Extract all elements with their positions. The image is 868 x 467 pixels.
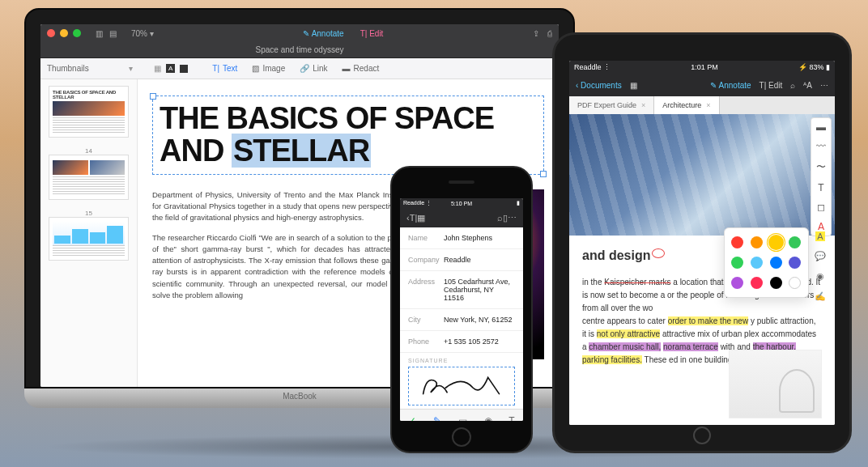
sidebar-toggle-icon[interactable]: ▥ bbox=[96, 29, 103, 38]
highlight-yellow: not only attractive bbox=[597, 329, 660, 338]
field-label: Name bbox=[408, 234, 444, 242]
body-text[interactable]: Department of Physics, University of Tre… bbox=[152, 189, 410, 359]
text-tool-icon[interactable]: T| bbox=[410, 213, 418, 223]
color-swatch[interactable] bbox=[789, 236, 801, 248]
tab-image[interactable]: ▧ Image bbox=[252, 64, 285, 73]
annotate-mode[interactable]: ✎ Annotate bbox=[710, 81, 751, 90]
document-body[interactable]: and design in the Kaispeicher marks a lo… bbox=[569, 114, 835, 425]
more-icon[interactable]: ⋯ bbox=[820, 81, 828, 90]
comment-icon[interactable]: ▭ bbox=[458, 415, 467, 422]
chevron-down-icon[interactable]: ▾ bbox=[129, 64, 133, 73]
edit-mode[interactable]: T| Edit bbox=[760, 81, 783, 90]
brush-icon[interactable]: 〜 bbox=[816, 160, 826, 174]
highlight-purple: norama terrace bbox=[663, 342, 718, 351]
pen-icon[interactable]: ✎ bbox=[433, 415, 441, 422]
page-thumbnail[interactable] bbox=[49, 217, 129, 261]
text-align-icon[interactable]: ▦ bbox=[154, 64, 161, 73]
stamp-icon[interactable]: ◉ bbox=[816, 271, 824, 282]
close-tab-icon[interactable]: × bbox=[706, 96, 710, 114]
color-swatch[interactable] bbox=[751, 257, 763, 269]
home-button[interactable] bbox=[693, 427, 711, 444]
text-tool-icon[interactable]: T bbox=[818, 182, 823, 193]
annotate-mode[interactable]: ✎ Annotate bbox=[303, 29, 343, 38]
annotation-tools: ▬ 〰 〜 T ◻ A̲ bbox=[811, 117, 832, 236]
document-title: Space and time odyssey bbox=[40, 42, 559, 58]
edit-mode[interactable]: T| Edit bbox=[360, 29, 384, 38]
color-swatch[interactable] bbox=[770, 236, 782, 248]
battery-icon: ▮ bbox=[517, 200, 520, 206]
field-label: Phone bbox=[408, 338, 444, 346]
field-value[interactable]: 105 Cedarhurst Ave, Cedarhurst, NY 11516 bbox=[444, 278, 515, 302]
minimize-icon[interactable] bbox=[60, 29, 68, 37]
more-icon[interactable]: ⋯ bbox=[508, 213, 517, 223]
form-fields: Name John Stephens Company Readdle Addre… bbox=[400, 227, 523, 405]
comment-icon[interactable]: 💬 bbox=[815, 251, 826, 261]
color-swatch[interactable] bbox=[731, 277, 743, 289]
lock-icon[interactable]: ⎙ bbox=[547, 29, 552, 38]
stamp-icon[interactable]: ◉ bbox=[484, 415, 492, 422]
color-swatch[interactable] bbox=[770, 257, 782, 269]
search-icon[interactable]: ⌕ bbox=[790, 81, 795, 90]
color-swatch[interactable] bbox=[789, 277, 801, 289]
text-highlight-icon[interactable]: A bbox=[815, 231, 824, 241]
field-value[interactable]: John Stephens bbox=[444, 234, 515, 242]
home-button[interactable] bbox=[452, 427, 471, 447]
color-swatch[interactable] bbox=[789, 257, 801, 269]
grid-icon[interactable]: ▦ bbox=[630, 81, 637, 90]
form-row[interactable]: Address 105 Cedarhurst Ave, Cedarhurst, … bbox=[400, 271, 523, 309]
highlighter-icon[interactable]: ▬ bbox=[816, 121, 826, 133]
text-color-icon[interactable]: A̲ bbox=[818, 221, 824, 232]
color-swatch[interactable] bbox=[770, 277, 782, 289]
font-icon[interactable]: A bbox=[166, 64, 175, 73]
checkmark-icon[interactable]: ✓ bbox=[408, 415, 416, 422]
highlight-yellow: order to make the new bbox=[668, 316, 749, 325]
share-icon[interactable]: ⇪ bbox=[533, 29, 539, 38]
page-thumbnail[interactable] bbox=[49, 155, 129, 200]
back-button[interactable]: ‹ Documents bbox=[576, 81, 622, 90]
zoom-dropdown[interactable]: 70% ▾ bbox=[131, 29, 154, 38]
tab-link[interactable]: 🔗 Link bbox=[300, 64, 327, 73]
close-icon[interactable] bbox=[47, 29, 55, 37]
form-row[interactable]: Name John Stephens bbox=[400, 227, 523, 249]
status-bar: Readdle ⋮ 1:01 PM ⚡ 83% ▮ bbox=[569, 61, 835, 74]
color-swatch[interactable] bbox=[731, 236, 743, 248]
headline-text: THE BASICS OF SPACE AND STELLAR bbox=[160, 103, 537, 168]
signature-box[interactable] bbox=[408, 367, 515, 405]
clock: 5:10 PM bbox=[451, 201, 472, 206]
tab-redact[interactable]: ▬ Redact bbox=[343, 64, 380, 73]
search-icon[interactable]: ⌕ bbox=[497, 213, 503, 223]
form-row[interactable]: City New York, NY, 61252 bbox=[400, 309, 523, 331]
page-number: 14 bbox=[49, 147, 129, 155]
form-row[interactable]: Company Readdle bbox=[400, 249, 523, 271]
thumbnail-sidebar: THE BASICS OF SPACE AND STELLAR 14 15 bbox=[40, 79, 138, 387]
color-swatch[interactable] bbox=[751, 236, 763, 248]
view-icon[interactable]: ▤ bbox=[109, 29, 117, 38]
field-value[interactable]: +1 535 105 2572 bbox=[444, 338, 515, 346]
tab-text[interactable]: T| Text bbox=[212, 64, 237, 73]
bottom-toolbar: ✓ ✎ ▭ ◉ T bbox=[400, 409, 523, 421]
tab-pdf-guide[interactable]: PDF Expert Guide × bbox=[569, 96, 654, 114]
color-swatch[interactable] bbox=[731, 257, 743, 269]
grid-icon[interactable]: ▦ bbox=[417, 213, 425, 223]
status-bar: Readdle ⋮ 5:10 PM ▮ bbox=[400, 198, 523, 208]
pen-icon[interactable]: 〰 bbox=[816, 141, 826, 152]
text-size-icon[interactable]: ᴬA bbox=[803, 81, 812, 90]
article-heading[interactable]: and design bbox=[582, 245, 650, 266]
signature-label: SIGNATURE bbox=[400, 353, 523, 363]
page-thumbnail[interactable]: THE BASICS OF SPACE AND STELLAR bbox=[49, 86, 129, 138]
maximize-icon[interactable] bbox=[73, 29, 81, 37]
form-row[interactable]: Phone +1 535 105 2572 bbox=[400, 331, 523, 353]
shape-icon[interactable]: ◻ bbox=[817, 202, 825, 213]
close-tab-icon[interactable]: × bbox=[641, 96, 645, 114]
signature-icon[interactable]: ✍ bbox=[815, 291, 826, 302]
field-value[interactable]: Readdle bbox=[444, 256, 515, 264]
highlight-purple: chamber music hall, bbox=[589, 342, 661, 351]
field-value[interactable]: New York, NY, 61252 bbox=[444, 316, 515, 324]
tab-architecture[interactable]: Architecture × bbox=[654, 96, 719, 114]
text-selection-box[interactable]: THE BASICS OF SPACE AND STELLAR bbox=[152, 96, 544, 175]
text-icon[interactable]: T bbox=[508, 415, 514, 422]
page-number: 15 bbox=[49, 210, 129, 217]
color-icon[interactable] bbox=[180, 65, 188, 73]
color-swatch[interactable] bbox=[751, 277, 763, 289]
thumbnails-label: Thumbnails bbox=[47, 64, 89, 73]
